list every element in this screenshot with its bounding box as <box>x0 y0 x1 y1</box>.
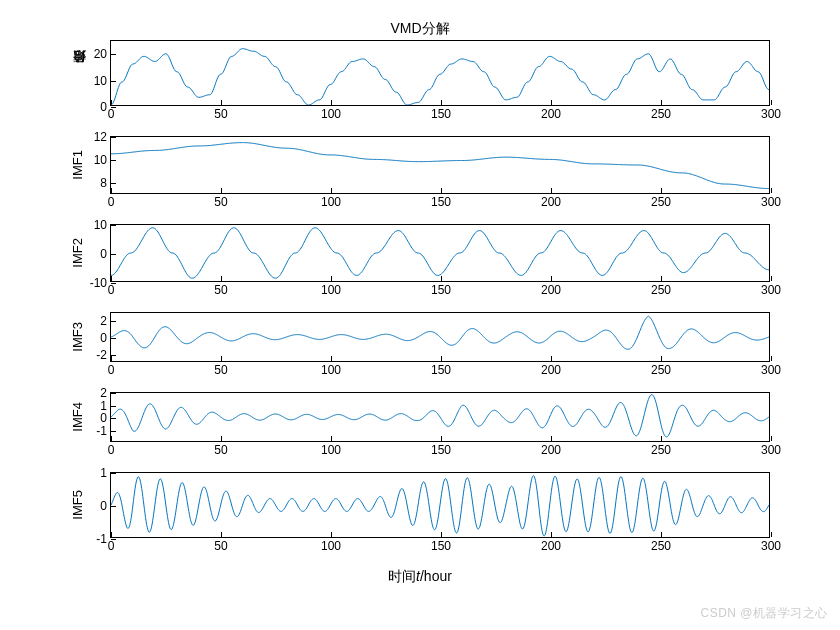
x-tick: 0 <box>108 107 115 121</box>
x-tick: 0 <box>108 363 115 377</box>
data-line <box>111 143 769 189</box>
y-tick: 8 <box>100 176 107 190</box>
y-tick: 0 <box>100 331 107 345</box>
y-tick: -1 <box>96 424 107 438</box>
subplot-6: IMF5-101050100150200250300 <box>70 472 770 538</box>
x-tick: 50 <box>214 443 227 457</box>
y-tick: -2 <box>96 348 107 362</box>
x-tick: 300 <box>761 195 781 209</box>
plot-area: -10010050100150200250300 <box>110 224 770 282</box>
subplot-3: IMF2-10010050100150200250300 <box>70 224 770 282</box>
x-tick: 300 <box>761 107 781 121</box>
chart-title: VMD分解 <box>70 20 770 38</box>
x-tick: 100 <box>321 107 341 121</box>
x-tick: 200 <box>541 195 561 209</box>
y-tick: 2 <box>100 314 107 328</box>
x-tick: 300 <box>761 363 781 377</box>
x-tick: 300 <box>761 539 781 553</box>
plot-area: 81012050100150200250300 <box>110 136 770 194</box>
x-tick: 200 <box>541 283 561 297</box>
y-tick: 0 <box>100 247 107 261</box>
y-tick: 10 <box>94 218 107 232</box>
x-tick: 0 <box>108 539 115 553</box>
y-tick: 10 <box>94 153 107 167</box>
x-tick: 100 <box>321 539 341 553</box>
y-tick: -1 <box>96 532 107 546</box>
x-tick: 50 <box>214 539 227 553</box>
y-tick: 2 <box>100 386 107 400</box>
y-tick: 0 <box>100 100 107 114</box>
x-tick: 250 <box>651 363 671 377</box>
x-tick: 250 <box>651 283 671 297</box>
y-tick: 10 <box>94 74 107 88</box>
x-tick: 0 <box>108 443 115 457</box>
figure: VMD分解 原始信号01020050100150200250300IMF1810… <box>70 20 770 600</box>
data-line <box>111 316 769 349</box>
plot-area: -101050100150200250300 <box>110 472 770 538</box>
x-tick: 50 <box>214 283 227 297</box>
y-tick: 1 <box>100 399 107 413</box>
y-tick: 1 <box>100 466 107 480</box>
x-tick: 100 <box>321 443 341 457</box>
x-tick: 100 <box>321 195 341 209</box>
x-tick: 200 <box>541 539 561 553</box>
x-tick: 100 <box>321 363 341 377</box>
y-tick: -10 <box>90 276 107 290</box>
plot-area: -1012050100150200250300 <box>110 392 770 442</box>
x-tick: 100 <box>321 283 341 297</box>
plot-area: 01020050100150200250300 <box>110 40 770 106</box>
subplot-4: IMF3-202050100150200250300 <box>70 312 770 362</box>
x-tick: 50 <box>214 107 227 121</box>
y-tick: 20 <box>94 47 107 61</box>
x-tick: 50 <box>214 195 227 209</box>
x-tick: 300 <box>761 443 781 457</box>
panels-container: 原始信号01020050100150200250300IMF1810120501… <box>70 40 770 538</box>
subplot-5: IMF4-1012050100150200250300 <box>70 392 770 442</box>
x-tick: 50 <box>214 363 227 377</box>
x-tick: 250 <box>651 443 671 457</box>
y-tick: 12 <box>94 130 107 144</box>
data-line <box>111 395 769 437</box>
x-tick: 250 <box>651 107 671 121</box>
y-tick: 0 <box>100 411 107 425</box>
x-tick: 150 <box>431 107 451 121</box>
plot-area: -202050100150200250300 <box>110 312 770 362</box>
x-tick: 250 <box>651 539 671 553</box>
x-axis-label: 时间t/hour <box>70 568 770 586</box>
data-line <box>111 49 769 105</box>
x-tick: 150 <box>431 283 451 297</box>
subplot-2: IMF181012050100150200250300 <box>70 136 770 194</box>
data-line <box>111 476 769 536</box>
x-tick: 250 <box>651 195 671 209</box>
x-tick: 0 <box>108 195 115 209</box>
x-tick: 300 <box>761 283 781 297</box>
subplot-1: 原始信号01020050100150200250300 <box>70 40 770 106</box>
x-tick: 200 <box>541 107 561 121</box>
x-tick: 0 <box>108 283 115 297</box>
y-tick: 0 <box>100 499 107 513</box>
data-line <box>111 228 769 278</box>
x-tick: 200 <box>541 443 561 457</box>
x-tick: 150 <box>431 195 451 209</box>
x-tick: 150 <box>431 539 451 553</box>
x-tick: 200 <box>541 363 561 377</box>
x-tick: 150 <box>431 363 451 377</box>
x-tick: 150 <box>431 443 451 457</box>
watermark: CSDN @机器学习之心 <box>700 605 828 622</box>
